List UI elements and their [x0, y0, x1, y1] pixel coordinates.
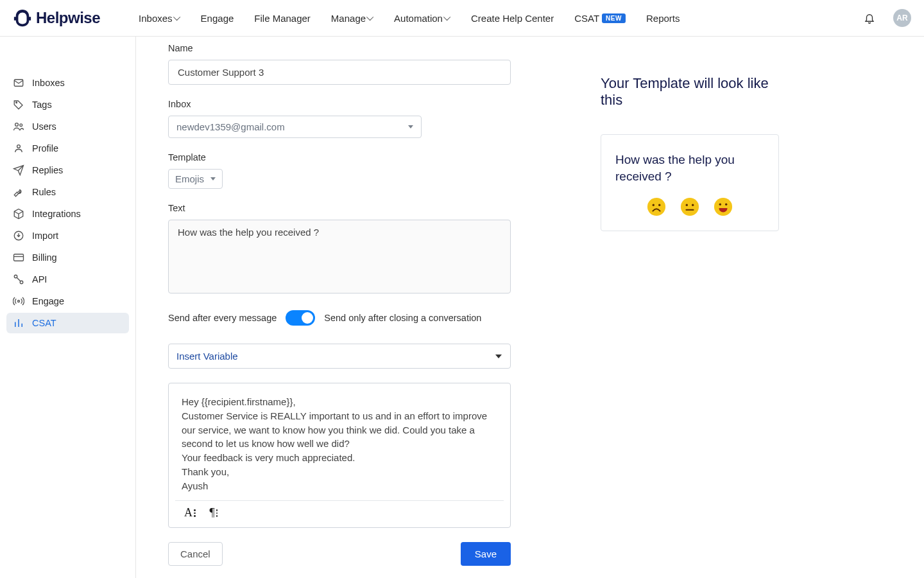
sidebar-item-label: Import: [32, 231, 58, 241]
chevron-down-icon: [366, 13, 373, 21]
send-icon: [13, 164, 24, 176]
svg-point-17: [719, 204, 721, 206]
nav-file-manager[interactable]: File Manager: [254, 13, 311, 24]
top-nav: Helpwise Inboxes Engage File Manager Man…: [0, 0, 924, 37]
svg-point-13: [681, 198, 699, 216]
template-select[interactable]: Emojis: [168, 169, 223, 189]
nav-reports[interactable]: Reports: [646, 13, 680, 24]
sidebar-item-label: API: [32, 274, 47, 285]
nav-inboxes[interactable]: Inboxes: [139, 13, 180, 24]
nav-automation[interactable]: Automation: [394, 13, 450, 24]
sidebar-item-csat[interactable]: CSAT: [6, 313, 129, 333]
inbox-label: Inbox: [168, 99, 511, 109]
new-badge: NEW: [602, 13, 626, 23]
brand-name: Helpwise: [36, 9, 100, 27]
insert-variable-select[interactable]: Insert Variable: [168, 344, 511, 369]
nav-item-label: Create Help Center: [471, 13, 554, 24]
sidebar-item-label: Billing: [32, 252, 57, 263]
import-icon: [13, 230, 24, 241]
sidebar-item-inboxes[interactable]: Inboxes: [6, 73, 129, 93]
svg-point-2: [15, 123, 19, 127]
svg-point-10: [647, 198, 665, 216]
inbox-select[interactable]: newdev1359@gmail.com: [168, 116, 422, 138]
paragraph-format-button[interactable]: ¶: [210, 506, 218, 520]
emoji-rating-row: [615, 197, 764, 216]
nav-item-label: CSAT: [574, 13, 599, 24]
preview-card: How was the help you received ?: [601, 134, 779, 231]
sidebar-item-tags[interactable]: Tags: [6, 94, 129, 115]
csat-form: Name Inbox newdev1359@gmail.com Template…: [168, 43, 511, 578]
mail-icon: [13, 77, 24, 89]
svg-point-15: [692, 204, 694, 206]
send-timing-switch[interactable]: [286, 310, 315, 326]
chevron-down-icon: [408, 125, 413, 128]
nav-item-label: Reports: [646, 13, 680, 24]
nav-item-label: File Manager: [254, 13, 311, 24]
nav-manage[interactable]: Manage: [331, 13, 373, 24]
sidebar-item-label: Users: [32, 121, 56, 132]
sidebar-item-label: Replies: [32, 165, 63, 175]
template-label: Template: [168, 152, 511, 162]
preview-question: How was the help you received ?: [615, 152, 764, 184]
switch-knob: [302, 312, 313, 324]
save-button[interactable]: Save: [461, 542, 511, 566]
svg-point-1: [16, 102, 17, 103]
avatar-initials: AR: [896, 13, 907, 22]
nav-items: Inboxes Engage File Manager Manage Autom…: [139, 13, 680, 24]
preview-heading: Your Template will look like this: [601, 75, 787, 109]
sidebar-item-billing[interactable]: Billing: [6, 247, 129, 268]
nav-engage[interactable]: Engage: [201, 13, 234, 24]
nav-csat[interactable]: CSAT NEW: [574, 13, 626, 24]
helpwise-logo-icon: [13, 8, 32, 28]
tag-icon: [13, 99, 24, 110]
sidebar-item-users[interactable]: Users: [6, 116, 129, 137]
svg-rect-6: [14, 254, 24, 261]
sidebar-item-label: Inboxes: [32, 78, 65, 88]
nav-item-label: Engage: [201, 13, 234, 24]
name-input[interactable]: [168, 60, 511, 85]
brand-logo[interactable]: Helpwise: [13, 8, 100, 28]
settings-sidebar: Inboxes Tags Users Profile Replies: [0, 37, 136, 578]
emoji-neutral-icon: [680, 197, 699, 216]
svg-point-14: [686, 204, 688, 206]
message-body-editor: Hey {{recipient.firstname}}, Customer Se…: [168, 383, 511, 528]
text-label: Text: [168, 203, 511, 213]
text-input[interactable]: [168, 220, 511, 293]
insert-variable-wrap: Insert Variable: [168, 344, 511, 369]
sidebar-item-rules[interactable]: Rules: [6, 182, 129, 202]
sidebar-item-import[interactable]: Import: [6, 225, 129, 246]
bell-icon[interactable]: [864, 12, 875, 24]
svg-point-3: [20, 124, 22, 127]
nav-item-label: Automation: [394, 13, 443, 24]
sidebar-item-label: Rules: [32, 187, 56, 197]
svg-point-16: [714, 198, 732, 216]
form-footer: Cancel Save: [168, 542, 511, 566]
sidebar-item-integrations[interactable]: Integrations: [6, 204, 129, 224]
card-icon: [13, 252, 24, 263]
chevron-down-icon: [173, 13, 180, 21]
emoji-sad-icon: [647, 197, 666, 216]
sidebar-item-api[interactable]: API: [6, 269, 129, 290]
sidebar-item-label: Engage: [32, 296, 64, 306]
api-icon: [13, 274, 24, 285]
template-preview: Your Template will look like this How wa…: [601, 43, 787, 578]
message-body-content[interactable]: Hey {{recipient.firstname}}, Customer Se…: [169, 383, 510, 500]
sidebar-item-engage[interactable]: Engage: [6, 291, 129, 311]
toggle-left-label: Send after every message: [168, 313, 277, 323]
nav-create-help-center[interactable]: Create Help Center: [471, 13, 554, 24]
cancel-button[interactable]: Cancel: [168, 542, 223, 566]
avatar[interactable]: AR: [893, 9, 911, 27]
inbox-selected-value: newdev1359@gmail.com: [176, 121, 285, 132]
svg-point-4: [17, 145, 21, 148]
chevron-down-icon: [443, 13, 450, 21]
sidebar-item-replies[interactable]: Replies: [6, 160, 129, 180]
sidebar-item-label: CSAT: [32, 318, 56, 328]
main-content: Name Inbox newdev1359@gmail.com Template…: [136, 37, 924, 578]
font-format-button[interactable]: A: [184, 506, 196, 520]
svg-point-11: [653, 204, 654, 206]
svg-point-9: [18, 301, 20, 302]
toggle-right-label: Send only after closing a conversation: [324, 313, 481, 323]
users-icon: [13, 121, 24, 132]
svg-point-12: [658, 204, 660, 206]
sidebar-item-profile[interactable]: Profile: [6, 138, 129, 159]
